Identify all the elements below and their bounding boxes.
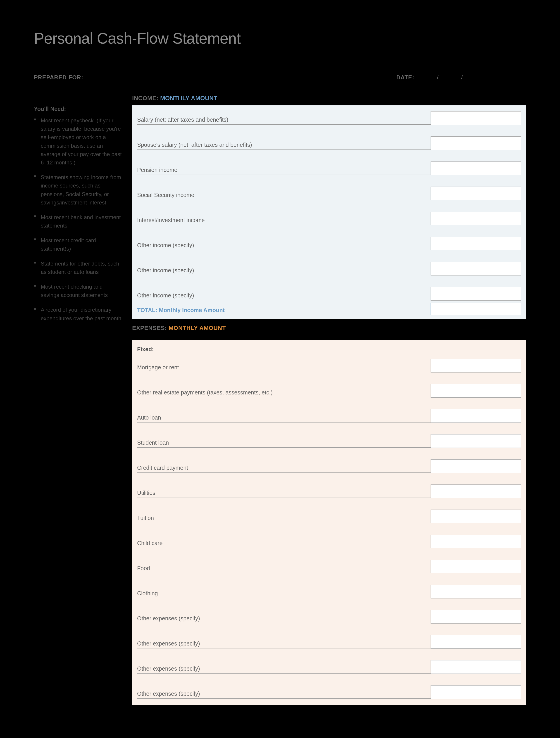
expenses-row-input[interactable] xyxy=(431,610,521,624)
expenses-row: Other expenses (specify) xyxy=(137,685,521,699)
sidebar-item: Most recent checking and savings account… xyxy=(34,283,122,299)
expenses-label-b: MONTHLY AMOUNT xyxy=(169,325,226,331)
expenses-row: Clothing xyxy=(137,585,521,598)
sidebar-list: Most recent paycheck. (If your salary is… xyxy=(34,116,122,323)
income-row-label: Other income (specify) xyxy=(137,267,431,275)
expenses-row: Mortgage or rent xyxy=(137,359,521,372)
expenses-row-input[interactable] xyxy=(431,635,521,649)
expenses-row-input[interactable] xyxy=(431,509,521,523)
expenses-row-input[interactable] xyxy=(431,585,521,599)
expenses-row: Student loan xyxy=(137,434,521,448)
expenses-row: Child care xyxy=(137,535,521,548)
expenses-row-input[interactable] xyxy=(431,535,521,548)
income-row: Other income (specify) xyxy=(137,262,521,275)
header-row: PREPARED FOR: DATE: / / xyxy=(34,74,526,84)
sidebar-item: Statements showing income from income so… xyxy=(34,173,122,207)
income-row-label: Interest/investment income xyxy=(137,217,431,225)
income-row: Other income (specify) xyxy=(137,237,521,250)
expenses-row: Other expenses (specify) xyxy=(137,635,521,649)
income-row-input[interactable] xyxy=(431,262,521,276)
expenses-row-label: Other real estate payments (taxes, asses… xyxy=(137,389,431,397)
income-row-input[interactable] xyxy=(431,287,521,301)
sidebar-item: Most recent bank and investment statemen… xyxy=(34,213,122,230)
main: INCOME: MONTHLY AMOUNT Salary (net: afte… xyxy=(132,93,526,705)
expenses-section: Fixed: Mortgage or rentOther real estate… xyxy=(132,340,526,705)
expenses-row-input[interactable] xyxy=(431,384,521,398)
expenses-row: Tuition xyxy=(137,509,521,523)
expenses-row-input[interactable] xyxy=(431,359,521,373)
expenses-header: EXPENSES: MONTHLY AMOUNT xyxy=(132,325,526,332)
page-title: Personal Cash-Flow Statement xyxy=(34,29,526,47)
income-total-label: TOTAL: Monthly Income Amount xyxy=(137,307,431,315)
expenses-row-label: Child care xyxy=(137,540,431,548)
expenses-row-label: Other expenses (specify) xyxy=(137,691,431,698)
expenses-row-label: Utilities xyxy=(137,490,431,497)
expenses-row-input[interactable] xyxy=(431,434,521,448)
date-slash-1: / xyxy=(437,74,439,81)
expenses-row-label: Mortgage or rent xyxy=(137,364,431,372)
expenses-row: Auto loan xyxy=(137,409,521,422)
income-total-input[interactable] xyxy=(431,303,521,315)
prepared-for-label: PREPARED FOR: xyxy=(34,74,83,81)
expenses-row: Credit card payment xyxy=(137,459,521,473)
expenses-row-label: Other expenses (specify) xyxy=(137,640,431,648)
income-row-label: Salary (net: after taxes and benefits) xyxy=(137,116,431,124)
income-row-label: Other income (specify) xyxy=(137,242,431,250)
income-label-b: MONTHLY AMOUNT xyxy=(160,95,218,101)
expenses-row-label: Other expenses (specify) xyxy=(137,615,431,623)
expenses-row-input[interactable] xyxy=(431,409,521,423)
expenses-row: Food xyxy=(137,560,521,573)
sidebar-item: A record of your discretionary expenditu… xyxy=(34,306,122,322)
income-row: Spouse's salary (net: after taxes and be… xyxy=(137,136,521,150)
expenses-row-label: Student loan xyxy=(137,439,431,447)
income-row: Salary (net: after taxes and benefits) xyxy=(137,111,521,125)
expenses-row: Other expenses (specify) xyxy=(137,610,521,623)
date-group: DATE: / / xyxy=(396,74,463,81)
sidebar: You'll Need: Most recent paycheck. (If y… xyxy=(34,93,122,705)
income-row-label: Social Security income xyxy=(137,192,431,200)
sidebar-item: Most recent paycheck. (If your salary is… xyxy=(34,116,122,167)
income-row-input[interactable] xyxy=(431,187,521,200)
expenses-row-input[interactable] xyxy=(431,660,521,674)
income-row-label: Pension income xyxy=(137,167,431,174)
expenses-row-input[interactable] xyxy=(431,560,521,573)
expenses-row: Utilities xyxy=(137,484,521,498)
income-row-label: Spouse's salary (net: after taxes and be… xyxy=(137,141,431,149)
income-row-input[interactable] xyxy=(431,136,521,150)
income-label-a: INCOME: xyxy=(132,95,159,101)
expenses-label-a: EXPENSES: xyxy=(132,325,167,331)
income-row: Other income (specify) xyxy=(137,287,521,300)
expenses-row-label: Credit card payment xyxy=(137,464,431,472)
expenses-row-label: Tuition xyxy=(137,515,431,523)
expenses-row-label: Food xyxy=(137,565,431,573)
income-row-label: Other income (specify) xyxy=(137,292,431,300)
sidebar-heading: You'll Need: xyxy=(34,106,122,112)
expenses-row-label: Other expenses (specify) xyxy=(137,665,431,673)
date-slash-2: / xyxy=(461,74,463,81)
expenses-row: Other expenses (specify) xyxy=(137,660,521,674)
income-row-input[interactable] xyxy=(431,161,521,175)
income-section: Salary (net: after taxes and benefits)Sp… xyxy=(132,105,526,319)
income-total-row: TOTAL: Monthly Income Amount xyxy=(137,303,521,315)
income-row-input[interactable] xyxy=(431,212,521,225)
income-row-input[interactable] xyxy=(431,111,521,125)
sidebar-item: Most recent credit card statement(s) xyxy=(34,236,122,253)
expenses-row-input[interactable] xyxy=(431,459,521,473)
expenses-row-label: Auto loan xyxy=(137,414,431,422)
expenses-row-input[interactable] xyxy=(431,685,521,699)
date-label: DATE: xyxy=(396,74,414,81)
income-row: Social Security income xyxy=(137,187,521,200)
expenses-row-label: Clothing xyxy=(137,590,431,598)
sidebar-item: Statements for other debts, such as stud… xyxy=(34,260,122,276)
income-row: Interest/investment income xyxy=(137,212,521,225)
expenses-row: Other real estate payments (taxes, asses… xyxy=(137,384,521,397)
expenses-subheading: Fixed: xyxy=(137,346,521,353)
income-row: Pension income xyxy=(137,161,521,175)
income-header: INCOME: MONTHLY AMOUNT xyxy=(132,95,526,102)
expenses-row-input[interactable] xyxy=(431,484,521,498)
income-row-input[interactable] xyxy=(431,237,521,250)
